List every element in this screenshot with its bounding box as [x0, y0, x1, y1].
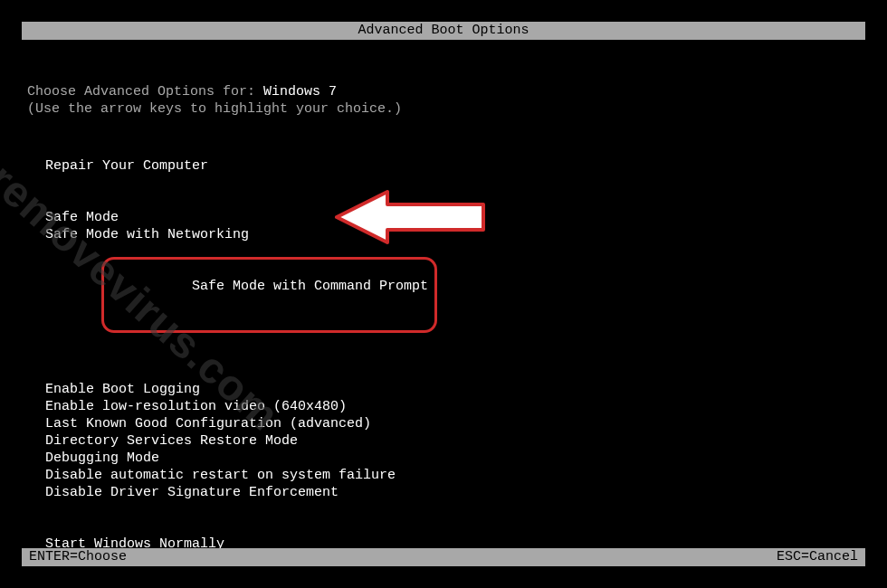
intro-prefix: Choose Advanced Options for: — [27, 84, 263, 100]
option-debugging[interactable]: Debugging Mode — [45, 450, 865, 467]
option-ds-restore[interactable]: Directory Services Restore Mode — [45, 432, 865, 450]
title-bar: Advanced Boot Options — [22, 22, 865, 40]
boot-menu[interactable]: Repair Your Computer Safe Mode Safe Mode… — [45, 157, 865, 553]
footer-left: ENTER=Choose — [29, 548, 127, 566]
menu-group-1: Repair Your Computer — [45, 157, 865, 175]
option-disable-auto-restart[interactable]: Disable automatic restart on system fail… — [45, 467, 865, 484]
title-text: Advanced Boot Options — [358, 23, 529, 38]
option-safe-mode-cmd[interactable]: Safe Mode with Command Prompt — [45, 243, 865, 346]
option-safe-mode-cmd-label: Safe Mode with Command Prompt — [192, 279, 428, 294]
os-name: Windows 7 — [263, 84, 337, 100]
option-disable-driver-sig[interactable]: Disable Driver Signature Enforcement — [45, 484, 865, 501]
intro-line-1: Choose Advanced Options for: Windows 7 — [27, 83, 865, 100]
intro-block: Choose Advanced Options for: Windows 7 (… — [27, 83, 865, 118]
footer-right: ESC=Cancel — [777, 548, 858, 566]
option-boot-logging[interactable]: Enable Boot Logging — [45, 381, 865, 398]
option-last-known-good[interactable]: Last Known Good Configuration (advanced) — [45, 415, 865, 432]
option-safe-mode[interactable]: Safe Mode — [45, 209, 865, 226]
menu-group-2: Safe Mode Safe Mode with Networking Safe… — [45, 209, 865, 346]
option-safe-mode-networking[interactable]: Safe Mode with Networking — [45, 226, 865, 243]
option-low-res-video[interactable]: Enable low-resolution video (640x480) — [45, 398, 865, 415]
highlighted-option-wrap: Safe Mode with Command Prompt — [110, 261, 428, 329]
option-repair-computer[interactable]: Repair Your Computer — [45, 157, 865, 175]
menu-group-3: Enable Boot Logging Enable low-resolutio… — [45, 381, 865, 501]
intro-line-2: (Use the arrow keys to highlight your ch… — [27, 100, 865, 118]
highlight-ring-annotation — [101, 257, 437, 333]
boot-screen: Advanced Boot Options Choose Advanced Op… — [22, 22, 865, 566]
footer-bar: ENTER=Choose ESC=Cancel — [22, 548, 865, 566]
